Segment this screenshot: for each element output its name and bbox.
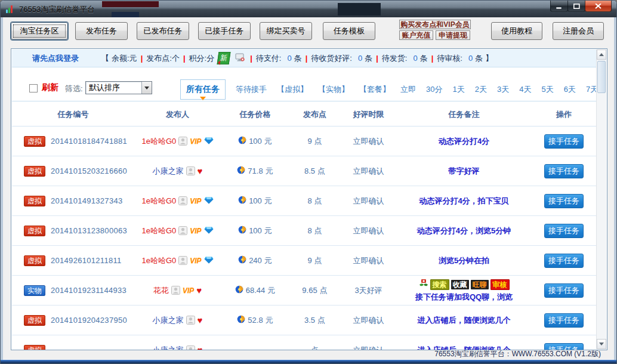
take-task-button[interactable]: 接手任务	[544, 283, 584, 298]
points-unit: 点	[317, 166, 325, 177]
remark-badge: 收藏	[451, 280, 469, 289]
withdraw-button[interactable]: 申请提现	[436, 30, 470, 40]
task-type-badge: 虚拟	[24, 166, 45, 177]
toolbar-button[interactable]: 使用教程	[491, 22, 542, 40]
task-tab[interactable]: 4天	[519, 84, 531, 95]
close-button[interactable]	[585, 1, 612, 12]
remark-badge: 搜索	[430, 279, 449, 290]
price-value: 71.8	[248, 166, 263, 175]
heart-icon: ♥	[198, 316, 203, 325]
task-tab[interactable]: 6天	[564, 84, 576, 95]
price-unit: 元	[266, 315, 273, 326]
remark-cell: 浏览5分钟在拍	[397, 255, 531, 266]
task-tab[interactable]: 30分	[426, 84, 442, 95]
avatar-icon[interactable]	[186, 166, 195, 175]
take-task-button[interactable]: 接手任务	[544, 194, 584, 208]
price-value: 68.44	[246, 286, 266, 295]
publisher-name: 1e哈哈G0	[141, 136, 176, 147]
scroll-down-arrow[interactable]	[597, 339, 606, 349]
take-task-button[interactable]: 接手任务	[544, 164, 584, 178]
task-tab[interactable]: 立即	[400, 84, 416, 95]
computer-icon[interactable]	[235, 53, 245, 63]
task-remark: 动态评分打4分，拍下宝贝	[419, 196, 508, 206]
table-row: 实物20141019231144933花花VIP♥68.44元9.65点3天好评…	[12, 276, 597, 306]
avatar-icon[interactable]	[178, 137, 187, 146]
avatar-icon[interactable]	[178, 196, 187, 205]
task-tab[interactable]: 等待接手	[236, 84, 267, 95]
action-cell: 接手任务	[531, 164, 597, 178]
scroll-up-arrow[interactable]	[597, 50, 606, 60]
action-cell: 接手任务	[531, 134, 597, 149]
take-task-button[interactable]: 接手任务	[544, 134, 584, 149]
counter-label: 待支付:	[256, 53, 282, 64]
vertical-scrollbar[interactable]	[596, 50, 606, 349]
redaction-block	[112, 12, 139, 17]
action-cell: 接手任务	[531, 283, 597, 298]
task-tab[interactable]: 5天	[541, 84, 553, 95]
task-tab[interactable]: 3天	[497, 84, 509, 95]
maximize-button[interactable]	[567, 1, 585, 12]
price-cell: 100元	[221, 226, 289, 236]
avatar-icon[interactable]	[186, 316, 195, 325]
task-id: 20141015203216660	[51, 166, 127, 175]
toolbar-button[interactable]: 注册会员	[553, 22, 604, 40]
task-tab[interactable]: 1天	[452, 84, 464, 95]
task-tab[interactable]: 2天	[475, 84, 487, 95]
price-value: 240	[249, 256, 262, 265]
refresh-checkbox[interactable]	[29, 84, 38, 92]
task-tab[interactable]: 【套餐】	[359, 84, 390, 95]
toolbar-button[interactable]: 绑定买卖号	[260, 22, 312, 40]
counter-value: 0	[283, 54, 291, 63]
chevron-down-icon[interactable]	[141, 82, 152, 94]
avatar-icon[interactable]	[171, 286, 180, 295]
toolbar-button[interactable]: 淘宝任务区	[11, 22, 68, 40]
separator: |	[140, 54, 144, 63]
task-tab[interactable]: 【实物】	[318, 84, 349, 95]
window-title: 76553淘宝刷信誉平台	[19, 4, 95, 15]
price-cell: 100元	[221, 196, 289, 206]
task-remark: 动态评分打4分，浏览5分钟	[417, 226, 511, 236]
vip-icon: VIP	[183, 286, 194, 295]
separator: |	[304, 54, 309, 63]
hands-holding-icon	[419, 279, 428, 291]
points-cell: 3.5点	[289, 315, 340, 326]
avatar-icon[interactable]	[178, 256, 187, 265]
toolbar-button[interactable]: 任务模板	[323, 22, 375, 40]
recharge-button[interactable]: 账户充值	[399, 30, 433, 40]
task-type-badge: 虚拟	[24, 196, 45, 206]
deadline-cell: 立即确认	[340, 226, 397, 236]
avatar-icon[interactable]	[178, 226, 187, 235]
heart-icon: ♥	[196, 286, 202, 295]
minimize-button[interactable]	[550, 1, 568, 12]
points-value: 8	[307, 226, 311, 235]
heart-icon: ♥	[198, 166, 203, 175]
tab-all-tasks-active[interactable]: 所有任务	[180, 79, 226, 100]
take-task-button[interactable]: 接手任务	[544, 224, 584, 238]
publisher-cell: 1e哈哈G0VIP	[134, 226, 221, 236]
buy-points-vip-button[interactable]: 购买发布点和VIP会员	[399, 20, 471, 29]
task-tab[interactable]: 【虚拟】	[277, 84, 308, 95]
account-segment: 积分:分	[189, 53, 215, 64]
separator: |	[430, 54, 435, 63]
coin-icon	[238, 226, 246, 236]
points-value: 8.5	[304, 166, 315, 175]
remark-cell: 动态评分打4分	[397, 136, 531, 147]
table-header: 任务编号发布人任务价格发布点好评时限任务备注操作	[12, 103, 597, 127]
counter-label: 待审核:	[437, 53, 462, 64]
task-id: 20141013123800063	[51, 226, 127, 235]
points-unit: 点	[314, 255, 322, 266]
toolbar-button[interactable]: 已发布任务	[137, 22, 189, 40]
sort-select[interactable]: 默认排序	[85, 81, 152, 94]
take-task-button[interactable]: 接手任务	[544, 313, 584, 328]
column-header: 发布人	[134, 103, 221, 127]
login-link[interactable]: 请先点我登录	[32, 53, 79, 64]
points-unit: 点	[314, 226, 322, 236]
take-task-button[interactable]: 接手任务	[544, 254, 584, 268]
toolbar-button[interactable]: 发布任务	[75, 22, 128, 40]
points-cell: 8点	[289, 226, 340, 236]
deadline-value: 立即确认	[353, 315, 384, 326]
filter-label: 筛选:	[65, 84, 83, 94]
toolbar-button[interactable]: 已接手任务	[198, 22, 251, 40]
scrollbar-thumb[interactable]	[597, 61, 606, 93]
table-row: 虚拟201410131238000631e哈哈G0VIP100元8点立即确认动态…	[12, 216, 597, 246]
